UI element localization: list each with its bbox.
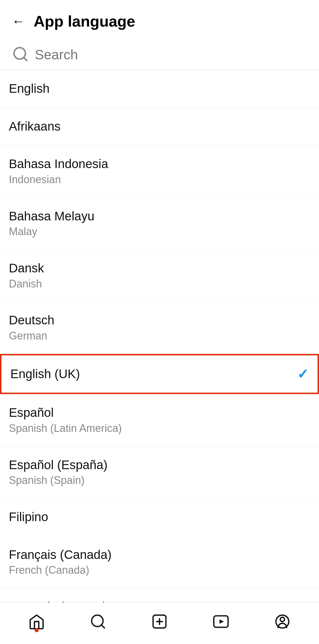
language-item-espanol-espana[interactable]: Español (España)Spanish (Spain) [0,446,319,498]
home-icon [28,613,45,630]
language-subtitle: French (Canada) [9,563,112,577]
search-container [0,40,319,70]
language-content: EspañolSpanish (Latin America) [9,405,122,435]
language-content: English [9,81,50,97]
language-content: DeutschGerman [9,312,54,343]
language-content: Filipino [9,509,48,525]
language-name: Deutsch [9,312,54,328]
language-item-bahasa-indonesia[interactable]: Bahasa IndonesiaIndonesian [0,145,319,197]
language-item-english[interactable]: English [0,70,319,108]
language-subtitle: German [9,329,54,343]
language-content: Bahasa IndonesiaIndonesian [9,156,108,186]
language-item-filipino[interactable]: Filipino [0,498,319,536]
add-icon [151,613,168,630]
nav-item-profile[interactable] [268,610,297,633]
search-input[interactable] [35,47,307,63]
language-name: Bahasa Melayu [9,208,95,225]
profile-icon [274,613,291,630]
nav-item-video[interactable] [206,610,236,633]
svg-line-3 [101,625,105,628]
nav-item-search[interactable] [83,610,113,633]
language-list: EnglishAfrikaansBahasa IndonesiaIndonesi… [0,70,319,640]
bottom-nav [0,602,319,644]
search-icon [89,613,107,630]
checkmark-icon: ✓ [297,366,309,382]
language-item-espanol[interactable]: EspañolSpanish (Latin America) [0,394,319,446]
nav-item-add[interactable] [145,610,174,633]
language-content: Español (España)Spanish (Spain) [9,457,108,487]
language-name: Dansk [9,260,44,277]
back-arrow-icon: ← [12,15,25,28]
language-name: Afrikaans [9,118,61,135]
language-item-afrikaans[interactable]: Afrikaans [0,108,319,146]
nav-notification-dot [35,628,39,632]
language-content: DanskDanish [9,260,44,291]
language-name: Filipino [9,509,48,525]
language-subtitle: Indonesian [9,173,108,187]
language-name: English (UK) [10,366,80,382]
language-content: English (UK) [10,366,80,382]
language-name: Español [9,405,122,421]
language-name: Français (Canada) [9,547,112,563]
language-subtitle: Malay [9,225,95,239]
svg-point-10 [280,617,285,622]
language-subtitle: Spanish (Spain) [9,474,108,487]
language-name: Español (España) [9,457,108,473]
search-icon [12,45,29,64]
header: ← App language [0,0,319,40]
language-item-english-uk[interactable]: English (UK)✓ [0,354,319,394]
language-name: Bahasa Indonesia [9,156,108,172]
language-item-deutsch[interactable]: DeutschGerman [0,302,319,354]
nav-item-home[interactable] [22,610,51,633]
language-content: Afrikaans [9,118,61,135]
language-name: English [9,81,50,97]
language-subtitle: Spanish (Latin America) [9,422,122,435]
language-item-francais-canada[interactable]: Français (Canada)French (Canada) [0,536,319,588]
language-content: Français (Canada)French (Canada) [9,547,112,577]
video-icon [212,613,230,630]
language-content: Bahasa MelayuMalay [9,208,95,239]
language-subtitle: Danish [9,277,44,291]
search-box [9,45,310,64]
back-button[interactable]: ← [9,12,28,31]
language-item-dansk[interactable]: DanskDanish [0,250,319,302]
svg-line-1 [24,57,27,61]
page-title: App language [34,12,135,30]
language-item-bahasa-melayu[interactable]: Bahasa MelayuMalay [0,198,319,250]
svg-marker-8 [219,619,224,624]
